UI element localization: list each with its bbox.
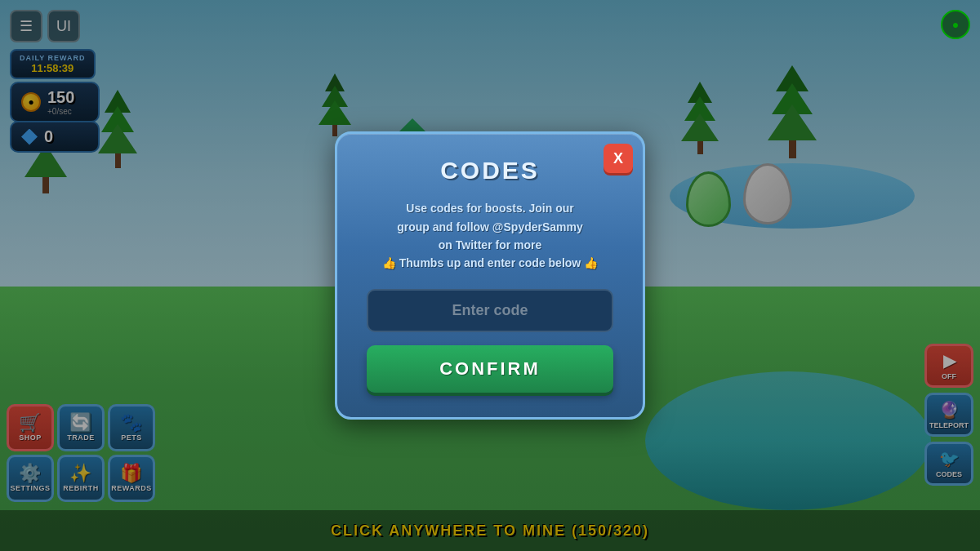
modal-description: Use codes for boosts. Join our group and… <box>367 199 613 273</box>
modal-desc-line2: group and follow @SpyderSammy <box>367 218 613 236</box>
modal-overlay: X CODES Use codes for boosts. Join our g… <box>0 0 980 551</box>
ui-overlay: ☰ UI ● DAILY REWARD 11:58:39 ● 150 +0/se… <box>0 0 980 551</box>
modal-desc-line4: 👍 Thumbs up and enter code below 👍 <box>367 254 613 272</box>
modal-desc-line3: on Twitter for more <box>367 236 613 254</box>
code-input[interactable] <box>367 289 613 332</box>
modal-desc-line1: Use codes for boosts. Join our <box>367 199 613 217</box>
confirm-button[interactable]: CONFIRM <box>367 345 613 393</box>
codes-modal: X CODES Use codes for boosts. Join our g… <box>335 131 645 420</box>
modal-title: CODES <box>367 157 613 184</box>
modal-close-button[interactable]: X <box>604 144 633 173</box>
close-icon: X <box>613 150 623 167</box>
confirm-label: CONFIRM <box>439 358 541 379</box>
